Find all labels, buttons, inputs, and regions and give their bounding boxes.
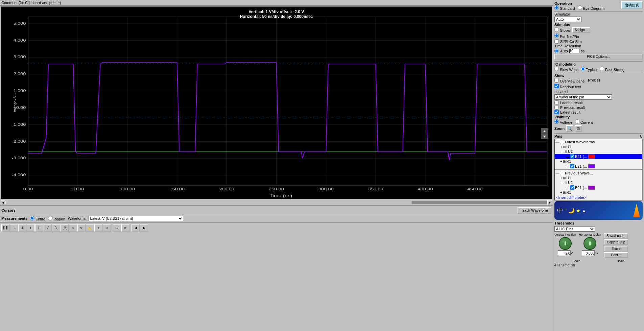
fast-strong-radio[interactable] xyxy=(600,67,604,71)
pw-u1-row[interactable]: +⊞ U1 xyxy=(555,175,642,180)
current-radio-label[interactable]: Current xyxy=(575,119,593,124)
vertical-pos-input[interactable] xyxy=(558,251,571,256)
tool-btn-3[interactable]: ⊥ xyxy=(18,224,26,232)
h-scrollbar[interactable]: ◀ ▶ xyxy=(1,200,552,205)
start-sim-btn[interactable]: 启动仿真 xyxy=(621,1,643,9)
overview-pane-cb[interactable] xyxy=(554,78,559,82)
tool-btn-8[interactable]: ╱╲ xyxy=(61,224,69,232)
horizontal-delay-input[interactable] xyxy=(582,251,595,256)
divider-4 xyxy=(554,133,643,134)
tool-btn-1[interactable]: ▌▐ xyxy=(1,224,9,232)
comment-bar: Comment (for Clipboard and printer) xyxy=(0,0,553,6)
overview-pane-label[interactable]: Overview pane xyxy=(554,78,585,83)
voltage-radio[interactable] xyxy=(554,119,559,124)
region-radio-label[interactable]: Region xyxy=(48,216,65,221)
taskbar-icon-triangle[interactable]: ▲ xyxy=(582,208,587,213)
time-res-input[interactable] xyxy=(569,49,579,53)
save-load-btn[interactable]: Save/Load... xyxy=(604,233,628,239)
track-waveform-btn[interactable]: Track Waveform xyxy=(518,207,551,214)
cursors-section: Cursors Track Waveform xyxy=(0,205,553,215)
zoom-section: Zoom 🔍 ⊡ xyxy=(554,125,643,132)
chart-svg[interactable]: 5.000 4.000 3.000 2.000 1.000 0.00 -1.00… xyxy=(1,7,552,199)
lw-u2-row[interactable]: —⊞ U2 xyxy=(555,149,642,154)
erase-btn[interactable]: Erase xyxy=(604,246,628,252)
tool-btn-9[interactable]: ≈ xyxy=(69,224,77,232)
pw-b21-cb[interactable] xyxy=(570,185,574,190)
lw-u2-b21-2-row[interactable]: — B21 (... xyxy=(555,164,642,169)
current-radio[interactable] xyxy=(575,119,579,124)
standard-radio-label[interactable]: Standard xyxy=(554,5,575,10)
region-radio[interactable] xyxy=(48,216,52,220)
pw-u2-row[interactable]: —⊞ U2 xyxy=(555,180,642,185)
tool-btn-11[interactable]: 📐 xyxy=(86,224,94,232)
lw-b21-2-cb[interactable] xyxy=(570,164,574,168)
standard-radio[interactable] xyxy=(554,5,559,10)
print-btn[interactable]: Print... xyxy=(604,252,628,258)
eye-diagram-radio-label[interactable]: Eye Diagram xyxy=(578,5,605,10)
latest-results-row: Latest result xyxy=(554,110,643,114)
tool-btn-6[interactable]: ╱ xyxy=(44,224,52,232)
tool-btn-13[interactable]: ◎ xyxy=(103,224,111,232)
previous-results-cb[interactable] xyxy=(554,105,559,110)
taskbar-icon-degree[interactable]: ° xyxy=(565,208,567,213)
entire-radio[interactable] xyxy=(30,216,34,220)
vertical-knob[interactable] xyxy=(559,237,572,250)
tool-btn-14[interactable]: ⬡ xyxy=(113,224,121,232)
scroll-track[interactable] xyxy=(5,201,547,204)
voltage-radio-label[interactable]: Voltage xyxy=(554,119,572,124)
lw-b21-1-row[interactable]: — B21 (... xyxy=(555,154,642,159)
scroll-thumb[interactable] xyxy=(5,201,412,204)
pw-r1-row[interactable]: +⊞ R1 xyxy=(555,190,642,195)
eye-diagram-radio[interactable] xyxy=(578,5,582,10)
zoom-in-btn[interactable]: 🔍 xyxy=(566,125,573,132)
time-res-auto-radio[interactable] xyxy=(554,49,559,53)
tool-btn-10[interactable]: ∿ xyxy=(77,224,86,232)
tool-btn-5[interactable]: ⌇⌇ xyxy=(35,224,43,232)
tool-btn-15[interactable]: ⟳ xyxy=(121,224,129,232)
zoom-fit-btn[interactable]: ⊡ xyxy=(575,125,582,132)
simulator-select[interactable]: Auto xyxy=(554,17,581,22)
insert-diff-probe[interactable]: <Insert diff probe> xyxy=(555,195,642,200)
located-select[interactable]: Always at the pin xyxy=(554,94,612,100)
scroll-left-btn[interactable]: ◀ xyxy=(1,200,5,205)
show-row1: Overview pane Probes xyxy=(554,78,643,83)
operation-label: Operation xyxy=(554,1,604,5)
taskbar-icon-moon[interactable]: 🌙 xyxy=(568,207,575,214)
typical-label[interactable]: Typical xyxy=(581,67,598,72)
readout-text-cb[interactable] xyxy=(554,84,559,88)
loaded-results-cb[interactable] xyxy=(554,100,559,105)
tool-btn-4[interactable]: ⌇ xyxy=(27,224,35,232)
tool-btn-17[interactable]: ▶ xyxy=(140,224,148,232)
tool-btn-2[interactable]: ⌇ xyxy=(10,224,18,232)
tool-btn-12[interactable]: ↕ xyxy=(94,224,102,232)
latest-results-cb[interactable] xyxy=(554,110,559,114)
readout-text-label[interactable]: Readout text xyxy=(554,85,581,89)
copy-to-clip-btn[interactable]: Copy to Clip xyxy=(604,239,628,245)
global-radio[interactable] xyxy=(554,27,559,32)
entire-radio-label[interactable]: Entire xyxy=(30,216,45,221)
assign-btn[interactable]: Assign... xyxy=(572,27,590,33)
lw-r1-row[interactable]: +⊞ R1 xyxy=(555,159,642,164)
thresholds-select[interactable]: All IC Pins xyxy=(554,226,595,232)
lw-b21-1-cb[interactable] xyxy=(570,154,574,159)
taskbar-icon-zhong[interactable]: 中 xyxy=(557,207,563,215)
prev-waves-cb[interactable] xyxy=(560,171,564,175)
tool-btn-7[interactable]: ╲ xyxy=(52,224,60,232)
scroll-right-btn[interactable]: ▶ xyxy=(547,200,552,205)
latest-waveforms-cb[interactable] xyxy=(560,140,564,144)
slow-weak-radio[interactable] xyxy=(554,67,559,71)
horizontal-knob[interactable] xyxy=(583,237,596,250)
typical-radio[interactable] xyxy=(581,67,585,71)
pice-options-btn[interactable]: PICE Options... xyxy=(554,54,643,60)
per-net-radio-label[interactable]: Per-Net/Pin xyxy=(554,33,579,39)
waveform-select[interactable]: Latest: V [U2.B21 (at pin)] xyxy=(89,216,183,221)
slow-weak-label[interactable]: Slow-Weak xyxy=(554,67,579,72)
fast-strong-label[interactable]: Fast-Strong xyxy=(600,67,625,72)
lw-u1-row[interactable]: +⊞ U1 xyxy=(555,144,642,149)
sipi-checkbox[interactable] xyxy=(554,39,559,44)
global-radio-label[interactable]: Global xyxy=(554,27,571,32)
taskbar-icon-star[interactable]: ★ xyxy=(576,208,580,213)
tool-btn-16[interactable]: ◀ xyxy=(132,224,140,232)
per-net-radio[interactable] xyxy=(554,33,559,38)
pw-b21-row[interactable]: — B21 (... xyxy=(555,185,642,190)
